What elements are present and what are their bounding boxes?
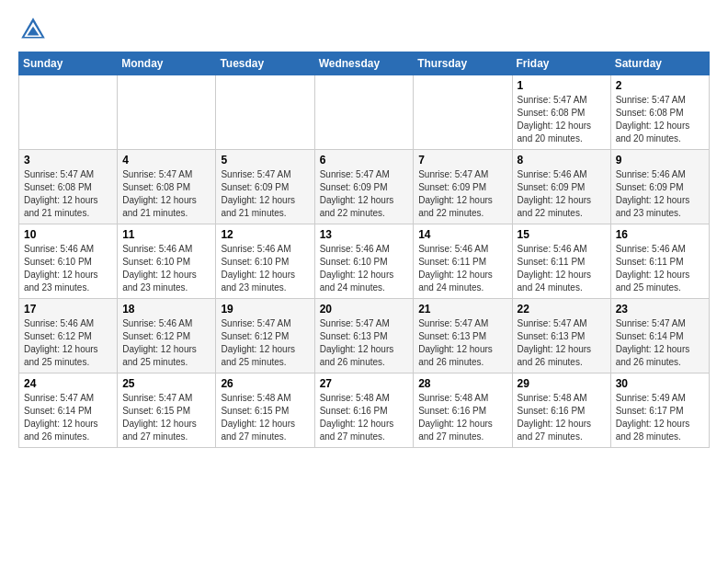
- calendar-cell: 8Sunrise: 5:46 AM Sunset: 6:09 PM Daylig…: [512, 150, 610, 224]
- day-number: 17: [24, 303, 112, 316]
- day-number: 23: [616, 303, 704, 316]
- day-number: 9: [616, 154, 704, 167]
- calendar-cell: 29Sunrise: 5:48 AM Sunset: 6:16 PM Dayli…: [512, 373, 610, 448]
- calendar-cell: 24Sunrise: 5:47 AM Sunset: 6:14 PM Dayli…: [19, 373, 118, 448]
- col-header-saturday: Saturday: [610, 52, 709, 75]
- day-number: 27: [320, 377, 409, 390]
- day-number: 25: [122, 377, 210, 390]
- day-number: 26: [221, 377, 309, 390]
- day-info: Sunrise: 5:47 AM Sunset: 6:08 PM Dayligh…: [24, 168, 112, 220]
- day-number: 15: [518, 228, 606, 241]
- day-number: 10: [24, 228, 112, 241]
- day-info: Sunrise: 5:47 AM Sunset: 6:08 PM Dayligh…: [518, 94, 606, 145]
- day-info: Sunrise: 5:47 AM Sunset: 6:09 PM Dayligh…: [320, 168, 409, 220]
- calendar-cell: 26Sunrise: 5:48 AM Sunset: 6:15 PM Dayli…: [216, 373, 314, 448]
- day-info: Sunrise: 5:47 AM Sunset: 6:13 PM Dayligh…: [320, 317, 409, 369]
- day-info: Sunrise: 5:48 AM Sunset: 6:16 PM Dayligh…: [518, 392, 606, 443]
- col-header-wednesday: Wednesday: [314, 52, 414, 75]
- calendar-week-row: 10Sunrise: 5:46 AM Sunset: 6:10 PM Dayli…: [19, 224, 710, 299]
- day-info: Sunrise: 5:48 AM Sunset: 6:15 PM Dayligh…: [221, 392, 309, 443]
- day-number: 4: [122, 154, 210, 167]
- day-info: Sunrise: 5:46 AM Sunset: 6:10 PM Dayligh…: [320, 243, 409, 294]
- day-number: 19: [221, 303, 309, 316]
- calendar-cell: 19Sunrise: 5:47 AM Sunset: 6:12 PM Dayli…: [216, 299, 314, 373]
- day-number: 21: [418, 303, 506, 316]
- day-info: Sunrise: 5:47 AM Sunset: 6:15 PM Dayligh…: [122, 392, 210, 443]
- calendar-cell: [19, 75, 118, 150]
- calendar-cell: 28Sunrise: 5:48 AM Sunset: 6:16 PM Dayli…: [414, 373, 512, 448]
- logo-icon: [18, 15, 48, 44]
- day-number: 7: [418, 154, 506, 167]
- day-info: Sunrise: 5:47 AM Sunset: 6:08 PM Dayligh…: [616, 94, 704, 145]
- day-number: 5: [221, 154, 309, 167]
- col-header-friday: Friday: [512, 52, 610, 75]
- day-info: Sunrise: 5:46 AM Sunset: 6:11 PM Dayligh…: [616, 243, 704, 294]
- day-number: 14: [418, 228, 506, 241]
- calendar-cell: 11Sunrise: 5:46 AM Sunset: 6:10 PM Dayli…: [118, 224, 216, 299]
- day-number: 16: [616, 228, 704, 241]
- day-number: 29: [518, 377, 606, 390]
- day-info: Sunrise: 5:47 AM Sunset: 6:13 PM Dayligh…: [418, 317, 506, 369]
- calendar-week-row: 17Sunrise: 5:46 AM Sunset: 6:12 PM Dayli…: [19, 299, 710, 373]
- day-number: 2: [616, 79, 704, 92]
- day-number: 1: [518, 79, 606, 92]
- day-number: 30: [616, 377, 704, 390]
- calendar-cell: 17Sunrise: 5:46 AM Sunset: 6:12 PM Dayli…: [19, 299, 118, 373]
- calendar-cell: 10Sunrise: 5:46 AM Sunset: 6:10 PM Dayli…: [19, 224, 118, 299]
- calendar-cell: [314, 75, 414, 150]
- day-info: Sunrise: 5:48 AM Sunset: 6:16 PM Dayligh…: [320, 392, 409, 443]
- calendar-cell: 9Sunrise: 5:46 AM Sunset: 6:09 PM Daylig…: [610, 150, 709, 224]
- calendar-cell: 23Sunrise: 5:47 AM Sunset: 6:14 PM Dayli…: [610, 299, 709, 373]
- day-number: 22: [518, 303, 606, 316]
- day-info: Sunrise: 5:46 AM Sunset: 6:09 PM Dayligh…: [518, 168, 606, 220]
- day-info: Sunrise: 5:46 AM Sunset: 6:10 PM Dayligh…: [221, 243, 309, 294]
- day-info: Sunrise: 5:47 AM Sunset: 6:08 PM Dayligh…: [122, 168, 210, 220]
- calendar-cell: 25Sunrise: 5:47 AM Sunset: 6:15 PM Dayli…: [118, 373, 216, 448]
- calendar-cell: 2Sunrise: 5:47 AM Sunset: 6:08 PM Daylig…: [610, 75, 709, 150]
- day-info: Sunrise: 5:46 AM Sunset: 6:12 PM Dayligh…: [122, 317, 210, 369]
- day-info: Sunrise: 5:46 AM Sunset: 6:10 PM Dayligh…: [122, 243, 210, 294]
- calendar-cell: 22Sunrise: 5:47 AM Sunset: 6:13 PM Dayli…: [512, 299, 610, 373]
- day-info: Sunrise: 5:47 AM Sunset: 6:12 PM Dayligh…: [221, 317, 309, 369]
- col-header-thursday: Thursday: [414, 52, 512, 75]
- page-header: [18, 15, 710, 44]
- day-number: 28: [418, 377, 506, 390]
- calendar-cell: 3Sunrise: 5:47 AM Sunset: 6:08 PM Daylig…: [19, 150, 118, 224]
- calendar-cell: 27Sunrise: 5:48 AM Sunset: 6:16 PM Dayli…: [314, 373, 414, 448]
- day-number: 24: [24, 377, 112, 390]
- calendar-cell: 1Sunrise: 5:47 AM Sunset: 6:08 PM Daylig…: [512, 75, 610, 150]
- day-number: 8: [518, 154, 606, 167]
- calendar-cell: 16Sunrise: 5:46 AM Sunset: 6:11 PM Dayli…: [610, 224, 709, 299]
- calendar-week-row: 1Sunrise: 5:47 AM Sunset: 6:08 PM Daylig…: [19, 75, 710, 150]
- day-number: 13: [320, 228, 409, 241]
- day-info: Sunrise: 5:46 AM Sunset: 6:11 PM Dayligh…: [418, 243, 506, 294]
- calendar-cell: 18Sunrise: 5:46 AM Sunset: 6:12 PM Dayli…: [118, 299, 216, 373]
- col-header-monday: Monday: [118, 52, 216, 75]
- calendar-cell: 13Sunrise: 5:46 AM Sunset: 6:10 PM Dayli…: [314, 224, 414, 299]
- day-number: 6: [320, 154, 409, 167]
- day-info: Sunrise: 5:46 AM Sunset: 6:12 PM Dayligh…: [24, 317, 112, 369]
- day-info: Sunrise: 5:47 AM Sunset: 6:14 PM Dayligh…: [24, 392, 112, 443]
- day-number: 11: [122, 228, 210, 241]
- calendar-cell: 5Sunrise: 5:47 AM Sunset: 6:09 PM Daylig…: [216, 150, 314, 224]
- day-number: 12: [221, 228, 309, 241]
- calendar-cell: 6Sunrise: 5:47 AM Sunset: 6:09 PM Daylig…: [314, 150, 414, 224]
- day-info: Sunrise: 5:47 AM Sunset: 6:09 PM Dayligh…: [221, 168, 309, 220]
- calendar-week-row: 24Sunrise: 5:47 AM Sunset: 6:14 PM Dayli…: [19, 373, 710, 448]
- day-number: 18: [122, 303, 210, 316]
- calendar-cell: 12Sunrise: 5:46 AM Sunset: 6:10 PM Dayli…: [216, 224, 314, 299]
- col-header-sunday: Sunday: [19, 52, 118, 75]
- calendar-cell: 20Sunrise: 5:47 AM Sunset: 6:13 PM Dayli…: [314, 299, 414, 373]
- day-info: Sunrise: 5:48 AM Sunset: 6:16 PM Dayligh…: [418, 392, 506, 443]
- day-info: Sunrise: 5:46 AM Sunset: 6:11 PM Dayligh…: [518, 243, 606, 294]
- day-number: 3: [24, 154, 112, 167]
- calendar-cell: [414, 75, 512, 150]
- day-info: Sunrise: 5:47 AM Sunset: 6:09 PM Dayligh…: [418, 168, 506, 220]
- calendar-cell: 7Sunrise: 5:47 AM Sunset: 6:09 PM Daylig…: [414, 150, 512, 224]
- calendar-header-row: SundayMondayTuesdayWednesdayThursdayFrid…: [19, 52, 710, 75]
- day-info: Sunrise: 5:47 AM Sunset: 6:13 PM Dayligh…: [518, 317, 606, 369]
- calendar-week-row: 3Sunrise: 5:47 AM Sunset: 6:08 PM Daylig…: [19, 150, 710, 224]
- calendar-cell: 21Sunrise: 5:47 AM Sunset: 6:13 PM Dayli…: [414, 299, 512, 373]
- calendar-cell: 4Sunrise: 5:47 AM Sunset: 6:08 PM Daylig…: [118, 150, 216, 224]
- calendar-table: SundayMondayTuesdayWednesdayThursdayFrid…: [18, 52, 710, 448]
